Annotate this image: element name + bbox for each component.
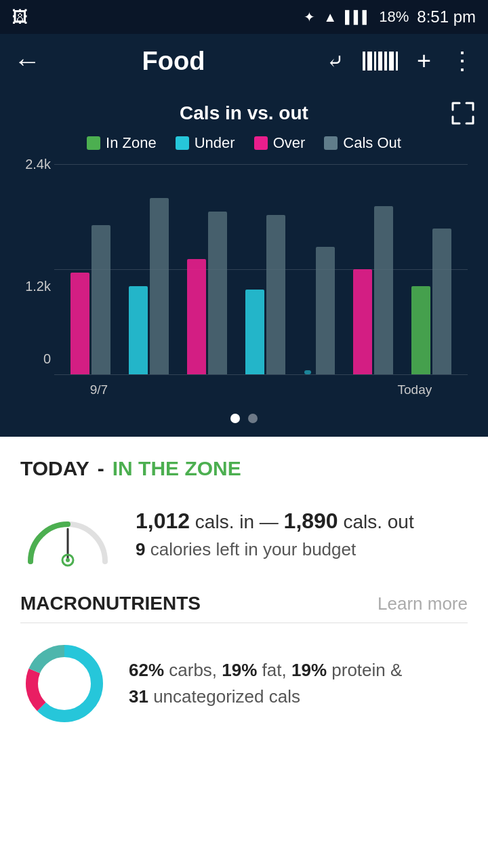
chart-section: Cals in vs. out In Zone Under Over Cals …: [0, 88, 488, 437]
budget-text: 9 calories left in your budget: [136, 539, 468, 560]
x-labels: 9/7 Today: [54, 382, 468, 397]
bar-group-3: [187, 212, 227, 374]
bar-calsout-3: [208, 212, 227, 374]
bar-calsout-5: [316, 247, 335, 374]
status-image-icon: 🖼: [12, 7, 28, 26]
top-nav: ← Food ⤶ + ⋮: [0, 34, 488, 88]
dot-1: [230, 414, 240, 423]
time-label: 8:51 pm: [417, 7, 476, 26]
bar-under-4: [245, 290, 264, 374]
bar-calsout-1: [92, 225, 110, 374]
page-indicators: [14, 414, 474, 430]
x-label-today: Today: [398, 382, 432, 397]
content-area: TODAY - IN THE ZONE 1,012 cals. in —: [0, 437, 488, 741]
bar-calsout-2: [150, 198, 169, 374]
expand-button[interactable]: [447, 102, 474, 125]
bar-under-2: [129, 286, 148, 374]
barcode-button[interactable]: [363, 52, 398, 71]
battery-label: 18%: [379, 8, 409, 26]
gauge-widget: [20, 500, 115, 568]
more-button[interactable]: ⋮: [450, 47, 474, 75]
svg-point-2: [66, 558, 70, 562]
y-label-1200k: 1.2k: [14, 279, 51, 294]
bar-group-5: [304, 247, 335, 374]
bar-calsout-6: [374, 206, 393, 374]
wifi-icon: ▲: [323, 9, 337, 25]
bar-calsout-today: [432, 229, 451, 374]
macro-title: MACRONUTRIENTS: [20, 593, 201, 614]
today-dash: -: [98, 457, 104, 480]
bar-group-1: [70, 225, 110, 374]
bar-over-6: [353, 269, 372, 374]
share-button[interactable]: ⤶: [327, 50, 344, 73]
bar-group-4: [245, 215, 285, 374]
chart-legend: In Zone Under Over Cals Out: [14, 134, 474, 152]
y-label-0: 0: [14, 351, 51, 367]
add-button[interactable]: +: [417, 47, 431, 75]
macro-divider: [20, 623, 468, 623]
svg-point-6: [41, 660, 88, 707]
bar-over-1: [70, 273, 89, 374]
legend-under: Under: [176, 134, 235, 152]
page-title: Food: [20, 47, 327, 76]
macronutrients-section: MACRONUTRIENTS Learn more: [20, 593, 468, 728]
bar-calsout-4: [266, 215, 285, 374]
bar-inzone-today: [411, 286, 430, 374]
in-zone-label: IN THE ZONE: [113, 457, 241, 480]
gauge-info: 1,012 cals. in — 1,890 cals. out 9 calor…: [136, 509, 468, 560]
status-bar: 🖼 ✦ ▲ ▌▌▌ 18% 8:51 pm: [0, 0, 488, 34]
dot-2: [248, 414, 258, 423]
bar-group-today: [411, 229, 451, 374]
macro-donut: [20, 639, 108, 728]
learn-more-button[interactable]: Learn more: [378, 593, 468, 614]
bar-dot-5: [304, 370, 311, 374]
macro-text: 62% carbs, 19% fat, 19% protein & 31 unc…: [129, 657, 402, 710]
gauge-section: 1,012 cals. in — 1,890 cals. out 9 calor…: [20, 500, 468, 568]
bluetooth-icon: ✦: [304, 9, 315, 25]
y-label-2400k: 2.4k: [14, 157, 51, 172]
legend-over: Over: [254, 134, 306, 152]
macro-header: MACRONUTRIENTS Learn more: [20, 593, 468, 614]
cals-in-out: 1,012 cals. in — 1,890 cals. out: [136, 509, 468, 534]
today-status: TODAY - IN THE ZONE: [20, 457, 468, 480]
bar-group-6: [353, 206, 393, 374]
chart-title: Cals in vs. out: [41, 102, 447, 124]
bars-container: [54, 164, 468, 374]
bar-over-3: [187, 259, 206, 374]
bar-group-2: [129, 198, 169, 374]
legend-cals-out: Cals Out: [324, 134, 401, 152]
today-label: TODAY: [20, 457, 89, 480]
bar-chart: 2.4k 1.2k 0: [14, 164, 474, 408]
signal-icon: ▌▌▌: [345, 10, 371, 24]
legend-in-zone: In Zone: [87, 134, 157, 152]
x-label-1: 9/7: [90, 382, 108, 397]
macro-content: 62% carbs, 19% fat, 19% protein & 31 unc…: [20, 639, 468, 728]
